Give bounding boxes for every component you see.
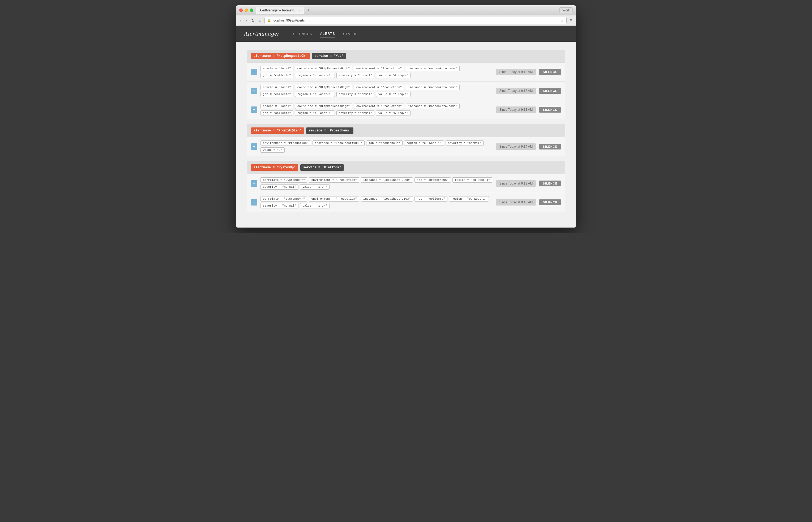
nav-links: SILENCES ALERTS STATUS	[293, 30, 358, 37]
home-button[interactable]: ⌂	[258, 18, 263, 23]
since-text-2-1: Since Today at 9:14 AM	[496, 143, 536, 150]
label-tag: apache = "local"	[261, 85, 293, 90]
forward-button[interactable]: ›	[244, 18, 248, 23]
label-tag: job = "collectd"	[261, 111, 293, 116]
alert-row-1-2: +apache = "local"correlate = "HttpReques…	[247, 81, 565, 100]
since-text-1-2: Since Today at 9:13 AM	[496, 87, 536, 94]
label-tag: instance = "macbookpro.home"	[406, 66, 460, 71]
reload-button[interactable]: ↻	[250, 18, 256, 24]
alert-row-3-1: +correlate = "SystemDown"environment = "…	[247, 174, 565, 193]
since-text-1-3: Since Today at 9:13 AM	[496, 106, 536, 113]
expand-button-3-1[interactable]: +	[251, 180, 257, 187]
alert-group-header-3: alertname = 'SystemUp'service = 'Platfor…	[247, 161, 565, 174]
label-tag: correlate = "SystemDown"	[261, 196, 307, 202]
label-tag: severity = "normal"	[261, 203, 299, 208]
since-text-3-2: Since Today at 9:13 AM	[496, 199, 536, 205]
silence-button-3-2[interactable]: SILENCE	[539, 199, 561, 205]
label-tag: region = "eu-west-1"	[404, 140, 444, 146]
label-tag: correlate = "HttpRequestsHigh"	[295, 85, 352, 90]
expand-button-3-2[interactable]: +	[251, 199, 257, 205]
since-text-3-1: Since Today at 9:13 AM	[496, 180, 536, 187]
expand-button-2-1[interactable]: +	[251, 143, 257, 150]
label-tag: correlate = "HttpRequestsHigh"	[295, 66, 352, 71]
nav-alerts[interactable]: ALERTS	[320, 30, 335, 37]
alert-group-3: alertname = 'SystemUp'service = 'Platfor…	[247, 161, 565, 212]
lock-icon: 🔒	[267, 19, 271, 22]
label-tag: severity = "normal"	[446, 140, 484, 146]
silence-button-3-1[interactable]: SILENCE	[539, 181, 561, 186]
app-navbar: Alertmanager SILENCES ALERTS STATUS	[236, 26, 576, 42]
label-tag: environment = "Production"	[354, 66, 404, 71]
address-bar[interactable]: 🔒 localhost:9093/#/alerts ☆	[264, 17, 566, 24]
nav-status[interactable]: STATUS	[343, 31, 358, 37]
silence-button-1-1[interactable]: SILENCE	[539, 69, 561, 75]
maximize-button[interactable]	[250, 8, 253, 12]
label-tag: apache = "local"	[261, 103, 293, 109]
group-label-badge-1-1: alertname = 'HttpRequestsOk'	[251, 53, 310, 59]
titlebar: AlertManager – Prometh… × + Work	[236, 5, 576, 15]
group-label-badge-2-1: alertname = 'PromIdxQLen'	[251, 127, 304, 134]
alert-row-1-1: +apache = "local"correlate = "HttpReques…	[247, 62, 565, 81]
label-tag: environment = "Production"	[309, 177, 359, 183]
profile-label: Work	[560, 7, 573, 13]
label-tag: region = "eu-west-1"	[295, 73, 335, 78]
label-tag: severity = "normal"	[337, 111, 374, 116]
browser-chrome: ‹ › ↻ ⌂ 🔒 localhost:9093/#/alerts ☆ ≡	[236, 15, 576, 26]
alert-row-1-3: +apache = "local"correlate = "HttpReques…	[247, 100, 565, 119]
label-tag: value = "1=UP"	[300, 203, 329, 208]
label-tag: value = "7 req/s"	[376, 92, 410, 97]
nav-silences[interactable]: SILENCES	[293, 31, 312, 37]
group-label-badge-1-2: service = 'Web'	[312, 53, 346, 59]
label-tag: correlate = "HttpRequestsHigh"	[295, 103, 352, 109]
alert-group-1: alertname = 'HttpRequestsOk'service = 'W…	[247, 49, 565, 119]
label-tag: severity = "normal"	[261, 184, 299, 189]
labels-container-1-3: apache = "local"correlate = "HttpRequest…	[261, 103, 493, 116]
expand-button-1-1[interactable]: +	[251, 69, 257, 75]
browser-window: AlertManager – Prometh… × + Work ‹ › ↻ ⌂…	[236, 5, 576, 227]
label-tag: instance = "macbookpro.home"	[406, 103, 460, 109]
back-button[interactable]: ‹	[239, 18, 242, 23]
labels-container-1-1: apache = "local"correlate = "HttpRequest…	[261, 66, 493, 78]
browser-tab[interactable]: AlertManager – Prometh… ×	[256, 7, 304, 14]
label-tag: region = "eu-west-1"	[452, 177, 492, 183]
label-tag: severity = "normal"	[337, 92, 374, 97]
silence-button-2-1[interactable]: SILENCE	[539, 144, 561, 149]
url-text: localhost:9093/#/alerts	[273, 19, 559, 22]
label-tag: job = "collectd"	[414, 196, 447, 202]
label-tag: job = "collectd"	[261, 92, 293, 97]
label-tag: region = "eu-west-1"	[295, 111, 335, 116]
silence-button-1-2[interactable]: SILENCE	[539, 88, 561, 94]
tab-close-icon[interactable]: ×	[299, 9, 301, 12]
new-tab-button[interactable]: +	[305, 7, 312, 14]
label-tag: environment = "Production"	[354, 85, 404, 90]
labels-container-3-2: correlate = "SystemDown"environment = "P…	[261, 196, 493, 208]
labels-container-3-1: correlate = "SystemDown"environment = "P…	[261, 177, 493, 189]
traffic-lights	[239, 8, 253, 12]
browser-menu-button[interactable]: ≡	[569, 18, 573, 23]
close-button[interactable]	[239, 8, 243, 12]
app: Alertmanager SILENCES ALERTS STATUS aler…	[236, 26, 576, 227]
expand-button-1-2[interactable]: +	[251, 87, 257, 94]
bookmark-icon[interactable]: ☆	[560, 18, 564, 23]
label-tag: job = "collectd"	[261, 73, 293, 78]
minimize-button[interactable]	[245, 8, 248, 12]
alert-row-2-1: +environment = "Production"instance = "l…	[247, 137, 565, 156]
label-tag: correlate = "SystemDown"	[261, 177, 307, 183]
labels-container-2-1: environment = "Production"instance = "lo…	[261, 140, 493, 153]
group-label-badge-3-2: service = 'Platform'	[300, 164, 344, 171]
tab-title: AlertManager – Prometh…	[259, 8, 298, 12]
app-logo: Alertmanager	[244, 30, 280, 37]
tab-bar: AlertManager – Prometh… × +	[256, 7, 560, 14]
since-text-1-1: Since Today at 9:13 AM	[496, 69, 536, 75]
label-tag: region = "eu-west-1"	[295, 92, 335, 97]
label-tag: value = "6 req/s"	[376, 73, 410, 78]
alert-row-3-2: +correlate = "SystemDown"environment = "…	[247, 193, 565, 212]
label-tag: job = "prometheus"	[414, 177, 451, 183]
silence-button-1-3[interactable]: SILENCE	[539, 107, 561, 113]
alert-group-header-2: alertname = 'PromIdxQLen'service = 'Prom…	[247, 124, 565, 137]
label-tag: environment = "Production"	[309, 196, 359, 202]
label-tag: environment = "Production"	[261, 140, 311, 146]
label-tag: value = "1=UP"	[300, 184, 329, 189]
expand-button-1-3[interactable]: +	[251, 106, 257, 113]
label-tag: apache = "local"	[261, 66, 293, 71]
